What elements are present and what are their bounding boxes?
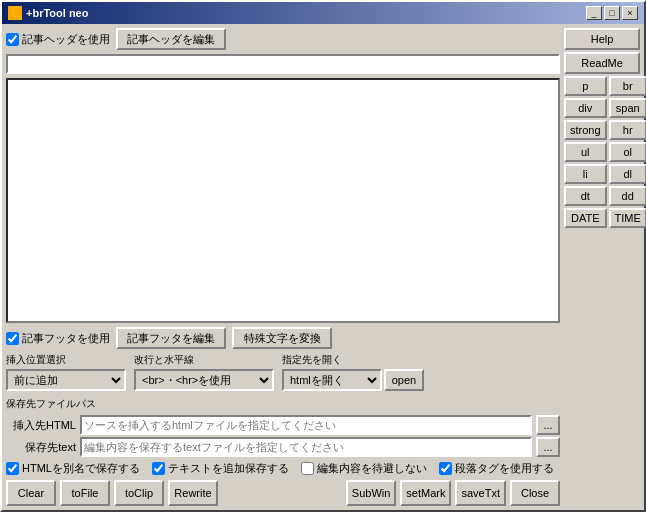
position-select[interactable]: 前に追加 後に追加 (6, 369, 126, 391)
text-browse-button[interactable]: ... (536, 437, 560, 457)
clear-button[interactable]: Clear (6, 480, 56, 506)
save-txt-button[interactable]: saveTxt (455, 480, 506, 506)
app-icon (8, 6, 22, 20)
main-editor[interactable] (8, 80, 558, 321)
tag-btn-time[interactable]: TIME (609, 208, 646, 228)
main-area: 記事ヘッダを使用 記事ヘッダを編集 記事フッタを使用 記事フッタを編集 特殊文字… (6, 28, 560, 506)
close-button[interactable]: × (622, 6, 638, 20)
tag-btn-dl[interactable]: dl (609, 164, 646, 184)
special-char-button[interactable]: 特殊文字を変換 (232, 327, 332, 349)
text-save-checkbox[interactable] (152, 462, 165, 475)
tag-btn-date[interactable]: DATE (564, 208, 607, 228)
hr-select[interactable]: <br>・<hr>を使用 使用しない (134, 369, 274, 391)
right-panel: Help ReadMe pbrdivspanstronghrulollidldt… (564, 28, 640, 506)
rewrite-button[interactable]: Rewrite (168, 480, 218, 506)
readme-button[interactable]: ReadMe (564, 52, 640, 74)
header-input[interactable] (6, 54, 560, 74)
title-buttons: _ □ × (586, 6, 638, 20)
footer-row: 記事フッタを使用 記事フッタを編集 特殊文字を変換 (6, 327, 560, 349)
footer-checkbox-label[interactable]: 記事フッタを使用 (6, 331, 110, 346)
tag-btn-p[interactable]: p (564, 76, 607, 96)
html-save-label[interactable]: HTMLを別名で保存する (6, 461, 140, 476)
file-paths-section: 挿入先HTML ... 保存先text ... (6, 415, 560, 457)
text-save-text: テキストを追加保存する (168, 461, 289, 476)
html-path-label: 挿入先HTML (6, 418, 76, 433)
maximize-button[interactable]: □ (604, 6, 620, 20)
edit-header-button[interactable]: 記事ヘッダを編集 (116, 28, 226, 50)
main-editor-container (6, 78, 560, 323)
content-area: 記事ヘッダを使用 記事ヘッダを編集 記事フッタを使用 記事フッタを編集 特殊文字… (2, 24, 644, 510)
to-clip-button[interactable]: toClip (114, 480, 164, 506)
hr-label: 改行と水平線 (134, 353, 274, 367)
header-checkbox-text: 記事ヘッダを使用 (22, 32, 110, 47)
open-button[interactable]: open (384, 369, 424, 391)
header-checkbox[interactable] (6, 33, 19, 46)
tag-btn-hr[interactable]: hr (609, 120, 646, 140)
open-label: 指定先を開く (282, 353, 424, 367)
header-input-row (6, 54, 560, 74)
tag-grid: pbrdivspanstronghrulollidldtddDATETIME (564, 76, 640, 228)
no-wait-label[interactable]: 編集内容を待避しない (301, 461, 427, 476)
html-save-text: HTMLを別名で保存する (22, 461, 140, 476)
file-paths-label: 保存先ファイルパス (6, 397, 560, 411)
position-group: 挿入位置選択 前に追加 後に追加 (6, 353, 126, 391)
edit-footer-button[interactable]: 記事フッタを編集 (116, 327, 226, 349)
tag-btn-ol[interactable]: ol (609, 142, 646, 162)
html-save-checkbox[interactable] (6, 462, 19, 475)
dropdowns-row: 挿入位置選択 前に追加 後に追加 改行と水平線 <br>・<hr>を使用 使用し… (6, 353, 560, 391)
hr-group: 改行と水平線 <br>・<hr>を使用 使用しない (134, 353, 274, 391)
title-bar: +brTool neo _ □ × (2, 2, 644, 24)
footer-checkbox-text: 記事フッタを使用 (22, 331, 110, 346)
tag-btn-dd[interactable]: dd (609, 186, 646, 206)
text-path-row: 保存先text ... (6, 437, 560, 457)
position-label: 挿入位置選択 (6, 353, 126, 367)
tag-btn-strong[interactable]: strong (564, 120, 607, 140)
header-row: 記事ヘッダを使用 記事ヘッダを編集 (6, 28, 560, 50)
window-title: +brTool neo (26, 7, 88, 19)
html-path-input[interactable] (80, 415, 532, 435)
bottom-buttons-row: Clear toFile toClip Rewrite SubWin setMa… (6, 480, 560, 506)
file-paths-title: 保存先ファイルパス (6, 398, 96, 409)
no-wait-text: 編集内容を待避しない (317, 461, 427, 476)
tag-btn-li[interactable]: li (564, 164, 607, 184)
use-p-checkbox[interactable] (439, 462, 452, 475)
open-group: 指定先を開く htmlを開く textを開く open (282, 353, 424, 391)
help-button[interactable]: Help (564, 28, 640, 50)
minimize-button[interactable]: _ (586, 6, 602, 20)
tag-btn-div[interactable]: div (564, 98, 607, 118)
main-window: +brTool neo _ □ × 記事ヘッダを使用 記事ヘッダを編集 (0, 0, 646, 512)
no-wait-checkbox[interactable] (301, 462, 314, 475)
tag-btn-dt[interactable]: dt (564, 186, 607, 206)
set-mark-button[interactable]: setMark (400, 480, 451, 506)
html-browse-button[interactable]: ... (536, 415, 560, 435)
sub-win-button[interactable]: SubWin (346, 480, 397, 506)
use-p-label[interactable]: 段落タグを使用する (439, 461, 554, 476)
use-p-text: 段落タグを使用する (455, 461, 554, 476)
to-file-button[interactable]: toFile (60, 480, 110, 506)
options-checkboxes-row: HTMLを別名で保存する テキストを追加保存する 編集内容を待避しない 段落タグ… (6, 461, 560, 476)
tag-btn-span[interactable]: span (609, 98, 646, 118)
tag-btn-br[interactable]: br (609, 76, 646, 96)
text-path-label: 保存先text (6, 440, 76, 455)
header-checkbox-label[interactable]: 記事ヘッダを使用 (6, 32, 110, 47)
footer-checkbox[interactable] (6, 332, 19, 345)
close-window-button[interactable]: Close (510, 480, 560, 506)
text-path-input[interactable] (80, 437, 532, 457)
tag-btn-ul[interactable]: ul (564, 142, 607, 162)
text-save-label[interactable]: テキストを追加保存する (152, 461, 289, 476)
html-path-row: 挿入先HTML ... (6, 415, 560, 435)
open-btn-group: htmlを開く textを開く open (282, 369, 424, 391)
open-select[interactable]: htmlを開く textを開く (282, 369, 382, 391)
